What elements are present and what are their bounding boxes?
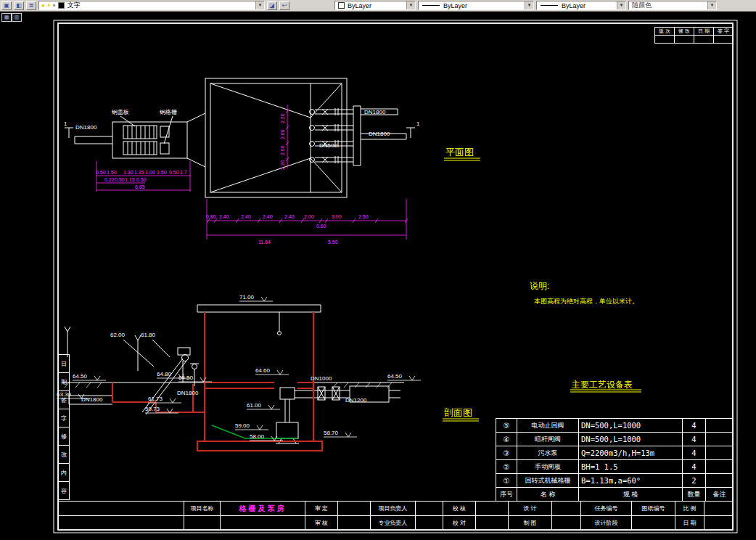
- annotation-text: 0.50: [96, 170, 106, 175]
- chevron-down-icon[interactable]: ▼: [707, 1, 716, 9]
- equipment-cell: 规 格: [579, 488, 683, 502]
- titleblock-cell: 校 对: [443, 516, 476, 531]
- plotstyle-combo[interactable]: 随颜色 ▼: [628, 1, 717, 10]
- annotation-text: 1.30: [123, 170, 133, 175]
- equipment-cell: [706, 460, 734, 474]
- equipment-cell: DN=500,L=1000: [579, 419, 683, 433]
- equipment-cell: Q=2200m3/h,H=13m: [579, 446, 683, 460]
- color-chip: [338, 2, 345, 9]
- titleblock-cell: [416, 516, 443, 531]
- titleblock-cell: [338, 502, 371, 516]
- titleblock-cell: 项目名称: [184, 502, 221, 516]
- layer-on-bulb-icon[interactable]: ●: [41, 1, 45, 9]
- equipment-cell: 4: [683, 433, 706, 446]
- chevron-down-icon[interactable]: ▼: [525, 1, 533, 9]
- equipment-cell: 暗杆闸阀: [517, 433, 579, 446]
- sign-cell: [694, 36, 714, 44]
- revision-cell: 修: [59, 428, 70, 446]
- equipment-row: ④暗杆闸阀DN=500,L=10004: [496, 433, 734, 446]
- annotation-text: 11.64: [258, 240, 271, 245]
- annotation-text: 钢盖板: [111, 109, 129, 115]
- titleblock-cell: [221, 516, 305, 531]
- annotation-text: DN1800: [364, 109, 386, 115]
- level-text: 64.50: [178, 375, 194, 381]
- titleblock-cell: 日 期: [675, 516, 704, 531]
- equipment-cell: ④: [496, 433, 517, 446]
- annotation-text: 1.35: [134, 170, 144, 175]
- revision-cell: 内: [59, 464, 70, 482]
- equipment-cell: 4: [683, 460, 706, 474]
- annotation-text: 钢格栅: [159, 109, 177, 115]
- sign-table: 版 次修 改日 期签 字: [654, 27, 734, 44]
- lineweight-sample-icon: [541, 5, 558, 6]
- layer-previous-icon[interactable]: ↩: [279, 1, 289, 10]
- titleblock-cell: 项目负责人: [371, 502, 416, 516]
- titleblock-cell: [632, 516, 675, 531]
- equipment-row: ③污水泵Q=2200m3/h,H=13m4: [496, 446, 734, 460]
- sign-cell: 修 改: [675, 28, 694, 36]
- layer-freeze-sun-icon[interactable]: ☀: [46, 1, 52, 9]
- level-text: 61.73: [148, 396, 163, 402]
- linetype-combo[interactable]: ByLayer ▼: [418, 1, 534, 10]
- equipment-cell: DN=500,L=1000: [579, 433, 683, 446]
- linetype-sample-icon: [422, 5, 440, 6]
- equipment-cell: 4: [683, 419, 706, 433]
- revision-cell: 签: [59, 391, 70, 409]
- color-combo[interactable]: ByLayer ▼: [334, 1, 416, 10]
- revision-cell: 改: [59, 446, 70, 464]
- annotation-text: 2.50: [358, 214, 369, 219]
- sign-cell: 版 次: [655, 28, 675, 36]
- current-layer-name: 文字: [67, 1, 81, 10]
- titleblock-cell: 设计阶段: [581, 516, 632, 531]
- annotation-text: 2.40: [284, 214, 295, 219]
- annotation-text: 2.40: [219, 214, 229, 219]
- titleblock-cell: [476, 516, 509, 531]
- titleblock-cell: 比 例: [675, 502, 704, 516]
- signtable-row: [655, 36, 734, 44]
- equipment-cell: [706, 433, 734, 446]
- level-text: 64.50: [73, 373, 88, 380]
- annotation-text: 5.50: [328, 240, 338, 245]
- equipment-cell: 数量: [683, 488, 706, 502]
- equipment-cell: 2: [683, 474, 706, 488]
- layer-combo[interactable]: ● ☀ ■ 文字 ▼: [38, 1, 265, 10]
- chevron-down-icon[interactable]: ▼: [406, 1, 415, 9]
- sign-cell: [714, 36, 734, 44]
- annotation-text: 0.50: [169, 170, 179, 175]
- sign-cell: 签 字: [714, 28, 734, 36]
- annotation-text: DN500: [319, 142, 337, 149]
- application-window: ▣ ◧ ≣ ● ☀ ■ 文字 ▼ ◪ ↩ ByLayer ▼ ByLayer ▼…: [0, 0, 756, 540]
- layer-lock-icon[interactable]: ■: [53, 1, 56, 9]
- revision-cell: 字: [59, 409, 70, 428]
- annotation-text: 0.22: [104, 177, 115, 182]
- annotation-text: 本图高程为绝对高程，单位以米计。: [534, 298, 638, 305]
- annotation-text: 说明:: [530, 281, 549, 291]
- annotation-text: 1.50: [107, 170, 117, 175]
- annotation-text: DN1000: [311, 375, 332, 382]
- chevron-down-icon[interactable]: ▼: [617, 1, 625, 9]
- project-title: 格栅及泵房: [221, 502, 305, 516]
- layer-stack-icon[interactable]: ≣: [26, 1, 36, 10]
- equipment-row: ①回转式机械格栅B=1.13m,a=60°2: [496, 474, 734, 488]
- annotation-text: 6.65: [135, 184, 145, 189]
- annotation-text: 0.50: [115, 177, 125, 182]
- equipment-cell: 序号: [496, 488, 517, 502]
- window-icon[interactable]: ▣: [1, 1, 12, 10]
- equipment-cell: B=1.13m,a=60°: [579, 474, 683, 488]
- annotation-text: 2.00: [280, 145, 285, 155]
- level-text: 71.00: [239, 294, 255, 300]
- titleblock-cell: 校 核: [443, 502, 476, 516]
- level-text: 64.60: [255, 367, 271, 374]
- annotation-text: 2.20: [280, 160, 285, 170]
- sign-cell: [675, 36, 694, 44]
- lineweight-combo[interactable]: ByLayer ▼: [536, 1, 626, 10]
- equipment-cell: ③: [496, 446, 517, 460]
- annotation-text: 平面图: [445, 147, 474, 158]
- make-object-layer-current-icon[interactable]: ◪: [267, 1, 277, 10]
- revision-cell: 期: [59, 373, 70, 391]
- chevron-down-icon[interactable]: ▼: [255, 1, 264, 9]
- equipment-cell: [706, 446, 734, 460]
- signtable-row: 版 次修 改日 期签 字: [655, 28, 734, 36]
- annotation-text: 2.20: [280, 113, 285, 123]
- layers-dialog-icon[interactable]: ◧: [14, 1, 24, 10]
